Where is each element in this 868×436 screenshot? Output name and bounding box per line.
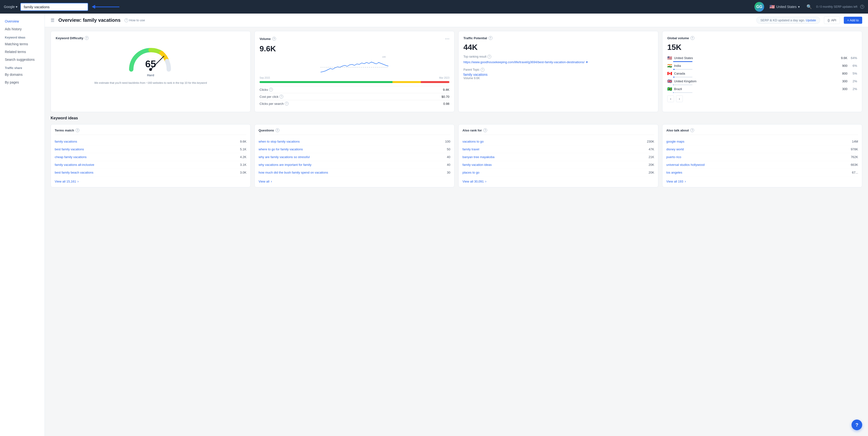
ideas-link-3-4[interactable]: los angeles bbox=[666, 171, 682, 174]
add-to-button[interactable]: + Add to bbox=[844, 17, 862, 24]
global-number: 15K bbox=[667, 43, 857, 52]
ideas-row-2-1: family travel 47K bbox=[462, 146, 654, 153]
arrow-indicator bbox=[92, 5, 119, 9]
ideas-link-3-0[interactable]: google maps bbox=[666, 140, 684, 143]
ideas-row-1-0: when to stop family vacations 100 bbox=[258, 138, 451, 146]
volume-help-icon[interactable]: ? bbox=[272, 37, 276, 41]
cps-help-icon[interactable]: ? bbox=[285, 102, 289, 105]
global-next-button[interactable]: › bbox=[676, 95, 683, 102]
arrow-head-icon bbox=[92, 5, 95, 9]
ideas-vol-3-4: 67... bbox=[852, 171, 858, 174]
ideas-row-0-2: cheap family vacations 4.2K bbox=[55, 153, 246, 161]
how-to-use-button[interactable]: ? How to use bbox=[124, 19, 145, 22]
url-dropdown-icon[interactable]: ▼ bbox=[585, 61, 588, 64]
sidebar-item-by-pages[interactable]: By pages bbox=[0, 79, 44, 86]
google-dropdown[interactable]: Google ▾ bbox=[4, 5, 18, 9]
country-name: United States bbox=[776, 5, 797, 9]
traffic-number: 44K bbox=[463, 43, 653, 52]
ideas-link-1-3[interactable]: why vacations are important for family bbox=[258, 163, 311, 166]
us-flag-icon: 🇺🇸 bbox=[770, 4, 775, 9]
ideas-link-3-2[interactable]: puerto rico bbox=[666, 155, 681, 159]
ideas-link-2-2[interactable]: banyan tree mayakoba bbox=[462, 155, 494, 159]
ideas-column-3: Also talk about ? google maps 14M disney… bbox=[662, 124, 862, 187]
cpc-help-icon[interactable]: ? bbox=[279, 95, 283, 98]
top-result-help-icon[interactable]: ? bbox=[487, 55, 491, 59]
ideas-link-1-2[interactable]: why are family vacations so stressful bbox=[258, 155, 310, 159]
volume-menu-icon[interactable]: ⋯ bbox=[445, 36, 450, 41]
country-row: 🇮🇳 India 900 6% bbox=[667, 62, 857, 70]
ideas-row-1-3: why vacations are important for family 4… bbox=[258, 161, 451, 169]
serp-info-help-icon[interactable]: ? bbox=[860, 5, 864, 9]
ideas-link-1-0[interactable]: when to stop family vacations bbox=[258, 140, 300, 143]
kd-help-icon[interactable]: ? bbox=[85, 36, 89, 40]
ideas-help-2[interactable]: ? bbox=[483, 128, 487, 132]
ideas-row-1-4: how much did the bush family spend on va… bbox=[258, 169, 451, 177]
api-button[interactable]: {} API bbox=[824, 17, 840, 24]
api-label: API bbox=[831, 19, 836, 22]
view-all-2[interactable]: View all 30,091 › bbox=[462, 179, 654, 183]
ideas-help-3[interactable]: ? bbox=[690, 128, 694, 132]
ideas-link-0-0[interactable]: family vacations bbox=[55, 140, 77, 143]
ideas-vol-3-3: 663K bbox=[851, 163, 858, 166]
ideas-row-0-3: family vacations all-inclusive 3.1K bbox=[55, 161, 246, 169]
gauge-description: We estimate that you'll need backlinks f… bbox=[94, 81, 207, 85]
ideas-link-0-1[interactable]: best family vacations bbox=[55, 148, 84, 151]
sidebar-item-related-terms[interactable]: Related terms bbox=[0, 48, 44, 56]
serp-update-text: SERP & KD updated a day ago. bbox=[761, 19, 805, 22]
ideas-row-3-2: puerto rico 762K bbox=[666, 153, 858, 161]
ideas-help-0[interactable]: ? bbox=[75, 128, 80, 132]
view-all-0[interactable]: View all 15,161 › bbox=[55, 179, 246, 183]
sidebar: Overview Ads history Keyword ideas Match… bbox=[0, 13, 45, 436]
ideas-col-title-3: Also talk about ? bbox=[666, 128, 858, 135]
traffic-potential-title: Traffic Potential ? bbox=[463, 36, 653, 40]
ideas-link-2-0[interactable]: vacations to go bbox=[462, 140, 484, 143]
ideas-link-1-1[interactable]: where to go for family vacations bbox=[258, 148, 303, 151]
country-flag-icon: 🇬🇧 bbox=[667, 79, 672, 84]
help-bubble[interactable]: ? bbox=[851, 419, 862, 430]
view-all-3[interactable]: View all 193 › bbox=[666, 179, 858, 183]
ideas-link-0-4[interactable]: best family beach vacations bbox=[55, 171, 93, 174]
sidebar-item-search-suggestions[interactable]: Search suggestions bbox=[0, 56, 44, 63]
ideas-link-1-4[interactable]: how much did the bush family spend on va… bbox=[258, 171, 328, 174]
sidebar-item-ads-history[interactable]: Ads history bbox=[0, 25, 44, 33]
parent-topic-link[interactable]: family vacations bbox=[463, 73, 488, 76]
top-result-url[interactable]: https://www.goodhousekeeping.com/life/tr… bbox=[463, 60, 585, 64]
ideas-vol-1-2: 40 bbox=[447, 155, 451, 159]
view-all-1[interactable]: View all › bbox=[258, 179, 451, 183]
clicks-help-icon[interactable]: ? bbox=[269, 88, 273, 92]
tp-help-icon[interactable]: ? bbox=[489, 36, 493, 40]
country-name-text: Canada bbox=[674, 72, 836, 75]
ideas-grid: Terms match ? family vacations 9.6K best… bbox=[51, 124, 862, 187]
ideas-col-title-2: Also rank for ? bbox=[462, 128, 654, 135]
logo-text: GG bbox=[756, 5, 763, 9]
ideas-link-2-4[interactable]: places to go bbox=[462, 171, 479, 174]
ideas-link-0-3[interactable]: family vacations all-inclusive bbox=[55, 163, 94, 166]
parent-topic-label: Parent Topic ? bbox=[463, 68, 653, 72]
ideas-link-3-1[interactable]: disney world bbox=[666, 148, 684, 151]
country-pct-text: 6% bbox=[849, 64, 857, 67]
country-row: 🇺🇸 United States 9.6K 64% bbox=[667, 55, 857, 62]
search-box-container bbox=[20, 3, 88, 11]
ideas-column-0: Terms match ? family vacations 9.6K best… bbox=[51, 124, 251, 187]
main-content: ☰ Overview: family vacations ? How to us… bbox=[45, 13, 868, 436]
global-prev-button[interactable]: ‹ bbox=[667, 95, 674, 102]
ideas-link-3-3[interactable]: universal studios hollywood bbox=[666, 163, 705, 166]
gv-help-icon[interactable]: ? bbox=[690, 36, 694, 40]
search-input[interactable] bbox=[20, 3, 88, 11]
sidebar-item-matching-terms[interactable]: Matching terms bbox=[0, 40, 44, 48]
ideas-link-0-2[interactable]: cheap family vacations bbox=[55, 155, 87, 159]
ideas-link-2-1[interactable]: family travel bbox=[462, 148, 479, 151]
country-row: 🇬🇧 United Kingdom 300 2% bbox=[667, 78, 857, 85]
search-button[interactable]: 🔍 bbox=[805, 3, 813, 11]
ideas-vol-2-0: 230K bbox=[647, 140, 654, 143]
hamburger-icon[interactable]: ☰ bbox=[51, 18, 55, 23]
sidebar-item-overview[interactable]: Overview bbox=[0, 18, 44, 25]
sidebar-item-by-domains[interactable]: By domains bbox=[0, 71, 44, 79]
ideas-link-2-3[interactable]: family vacation ideas bbox=[462, 163, 492, 166]
country-selector[interactable]: 🇺🇸 United States ▾ bbox=[767, 3, 802, 11]
serp-update-link[interactable]: Update bbox=[806, 19, 816, 22]
ideas-help-1[interactable]: ? bbox=[276, 128, 279, 132]
ideas-vol-1-4: 30 bbox=[447, 171, 451, 174]
parent-topic-help-icon[interactable]: ? bbox=[480, 68, 485, 72]
clicks-row: Clicks ? 9.4K bbox=[259, 86, 450, 93]
